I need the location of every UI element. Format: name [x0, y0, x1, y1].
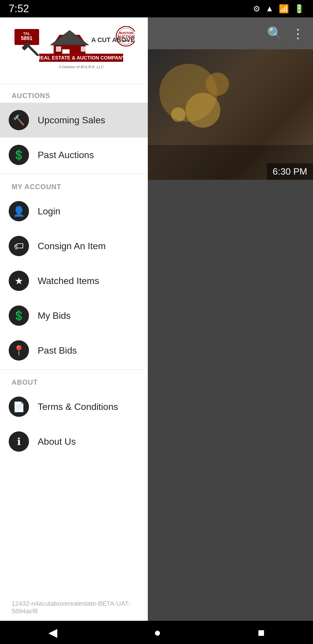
past-bids-icon-wrap: 📍	[9, 340, 29, 361]
terms-icon-wrap: 📄	[9, 397, 29, 417]
svg-rect-9	[56, 46, 61, 52]
status-time: 7:52	[9, 3, 29, 15]
main-image: 6:30 PM	[148, 49, 313, 180]
svg-marker-7	[51, 30, 88, 45]
battery-icon: 🔋	[294, 4, 304, 14]
video-timestamp: 6:30 PM	[267, 163, 313, 180]
logo-container: TAL 5891 A CUT ABOVE REAL ESTATE & AUCTI…	[13, 26, 135, 75]
more-options-icon[interactable]: ⋮	[292, 26, 304, 41]
consign-label: Consign An Item	[38, 241, 106, 252]
settings-icon: ⚙	[253, 4, 260, 14]
wifi-icon: ▲	[265, 4, 274, 13]
menu-item-past-auctions[interactable]: 💲 Past Auctions	[0, 138, 148, 172]
menu-item-my-bids[interactable]: 💲 My Bids	[0, 298, 148, 333]
svg-text:REAL ESTATE & AUCTION COMPANY: REAL ESTATE & AUCTION COMPANY	[37, 55, 125, 61]
divider-1	[0, 174, 148, 174]
section-header-about: ABOUT	[0, 371, 148, 389]
home-button[interactable]: ●	[145, 623, 170, 642]
past-auctions-icon-wrap: 💲	[9, 145, 29, 165]
svg-text:A Division of M.A.R.K. LLC: A Division of M.A.R.K. LLC	[59, 65, 104, 69]
version-footer: 12432-n4acutaboverealestate-BETA-UAT-589…	[0, 591, 148, 621]
version-text: 12432-n4acutaboverealestate-BETA-UAT-589…	[12, 600, 130, 615]
gavel-icon: 🔨	[13, 114, 25, 126]
section-header-my-account: MY ACCOUNT	[0, 176, 148, 194]
menu-item-login[interactable]: 👤 Login	[0, 194, 148, 229]
consign-icon-wrap: 🏷	[9, 236, 29, 256]
about-icon-wrap: ℹ	[9, 431, 29, 452]
logo-svg: TAL 5891 A CUT ABOVE REAL ESTATE & AUCTI…	[13, 26, 135, 75]
upcoming-sales-label: Upcoming Sales	[38, 115, 105, 126]
menu-item-upcoming-sales[interactable]: 🔨 Upcoming Sales	[0, 103, 148, 138]
past-auctions-label: Past Auctions	[38, 150, 94, 160]
svg-text:★★★: ★★★	[122, 39, 130, 42]
svg-text:TAL: TAL	[23, 31, 30, 36]
back-button[interactable]: ◀	[40, 623, 66, 642]
person-icon: 👤	[13, 205, 25, 217]
menu-item-about-us[interactable]: ℹ About Us	[0, 424, 148, 459]
status-bar: 7:52 ⚙ ▲ 📶 🔋	[0, 0, 313, 17]
dollar-circle-icon: 💲	[13, 149, 25, 161]
svg-text:5891: 5891	[21, 35, 32, 41]
gavel-icon-wrap: 🔨	[9, 110, 29, 130]
my-bids-label: My Bids	[38, 310, 71, 321]
main-panel: 🔍 ⋮ 6:30 PM	[148, 17, 313, 621]
svg-rect-10	[81, 46, 86, 52]
info-icon: ℹ	[17, 436, 21, 447]
status-icons: ⚙ ▲ 📶 🔋	[253, 4, 304, 14]
svg-line-3	[29, 46, 38, 55]
star-icon: ★	[14, 275, 23, 287]
location-pin-icon: 📍	[13, 345, 25, 356]
about-us-label: About Us	[38, 436, 76, 447]
search-icon[interactable]: 🔍	[267, 26, 283, 41]
login-label: Login	[38, 206, 60, 217]
section-header-auctions: AUCTIONS	[0, 84, 148, 103]
navigation-drawer: TAL 5891 A CUT ABOVE REAL ESTATE & AUCTI…	[0, 17, 148, 621]
divider-2	[0, 369, 148, 370]
tag-icon: 🏷	[14, 240, 24, 252]
bottom-nav: ◀ ● ■	[0, 621, 313, 644]
recent-apps-button[interactable]: ■	[249, 623, 273, 642]
terms-label: Terms & Conditions	[38, 401, 118, 412]
svg-text:AUCTION: AUCTION	[117, 35, 134, 39]
watched-label: Watched Items	[38, 276, 99, 286]
my-bids-icon-wrap: 💲	[9, 305, 29, 326]
menu-item-past-bids[interactable]: 📍 Past Bids	[0, 333, 148, 368]
bids-dollar-icon: 💲	[13, 310, 25, 321]
menu-item-terms[interactable]: 📄 Terms & Conditions	[0, 389, 148, 424]
watched-icon-wrap: ★	[9, 271, 29, 291]
main-header: 🔍 ⋮	[148, 17, 313, 49]
document-icon: 📄	[13, 401, 25, 413]
past-bids-label: Past Bids	[38, 345, 77, 356]
drawer-logo: TAL 5891 A CUT ABOVE REAL ESTATE & AUCTI…	[0, 17, 148, 84]
signal-icon: 📶	[279, 4, 289, 14]
menu-item-watched[interactable]: ★ Watched Items	[0, 263, 148, 298]
login-icon-wrap: 👤	[9, 201, 29, 221]
menu-item-consign[interactable]: 🏷 Consign An Item	[0, 229, 148, 263]
